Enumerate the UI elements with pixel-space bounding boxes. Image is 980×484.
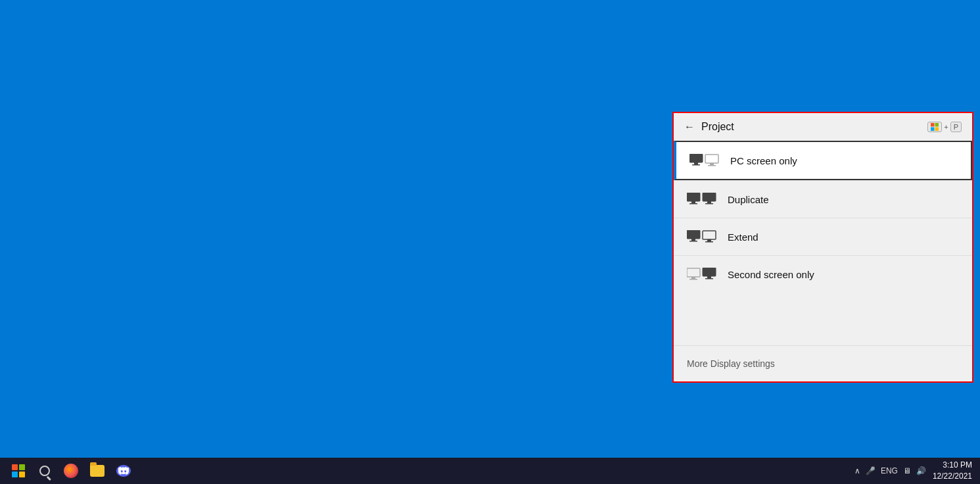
language-indicator: ENG (881, 466, 898, 475)
start-button[interactable] (8, 460, 29, 481)
file-explorer-button[interactable] (87, 460, 108, 481)
svg-rect-21 (705, 241, 713, 243)
svg-rect-20 (707, 239, 711, 241)
svg-rect-27 (705, 278, 713, 279)
volume-icon: 🔊 (916, 466, 926, 475)
svg-rect-11 (691, 201, 695, 203)
svg-rect-2 (931, 128, 935, 132)
project-panel: ← Project + P (672, 112, 973, 383)
system-tray-expand-icon[interactable]: ∧ (854, 466, 860, 475)
p-key-badge: P (950, 122, 962, 132)
panel-header: ← Project + P (674, 113, 972, 141)
extend-item[interactable]: Extend (674, 218, 972, 255)
time-display: 3:10 PM (933, 460, 972, 471)
win-key-badge (927, 122, 942, 132)
microphone-icon: 🎤 (866, 466, 875, 475)
svg-rect-10 (687, 193, 700, 201)
taskbar-left (8, 460, 134, 481)
svg-rect-9 (708, 165, 716, 166)
monitor-icon: 🖥 (903, 466, 911, 475)
more-settings-section: More Display settings (674, 345, 972, 381)
svg-rect-16 (687, 230, 700, 239)
extend-label: Extend (728, 231, 758, 243)
duplicate-label: Duplicate (728, 194, 769, 205)
svg-rect-24 (689, 279, 697, 280)
svg-rect-12 (689, 203, 697, 205)
svg-rect-23 (691, 277, 695, 279)
svg-rect-15 (705, 203, 713, 205)
folder-icon (90, 465, 105, 477)
svg-rect-13 (703, 193, 716, 201)
firefox-icon (64, 464, 78, 478)
second-screen-only-label: Second screen only (728, 269, 814, 280)
duplicate-icon (687, 193, 717, 206)
extend-icon (687, 230, 717, 243)
svg-rect-6 (692, 164, 700, 166)
search-button[interactable] (34, 460, 55, 481)
svg-rect-14 (707, 201, 711, 203)
svg-rect-7 (705, 155, 718, 163)
taskbar-right: ∧ 🎤 ENG 🖥 🔊 3:10 PM 12/22/2021 (854, 460, 972, 482)
desktop: ← Project + P (0, 0, 980, 458)
svg-rect-4 (689, 154, 703, 162)
back-button[interactable]: ← (684, 121, 695, 133)
svg-rect-8 (710, 163, 714, 165)
search-icon (39, 466, 50, 476)
svg-rect-18 (689, 241, 697, 242)
svg-rect-1 (935, 123, 939, 127)
taskbar: ∧ 🎤 ENG 🖥 🔊 3:10 PM 12/22/2021 (0, 458, 980, 484)
svg-rect-3 (935, 128, 939, 132)
system-tray: ∧ 🎤 ENG 🖥 🔊 (854, 466, 926, 475)
pc-screen-only-item[interactable]: PC screen only (674, 141, 972, 180)
second-screen-only-icon (687, 268, 717, 281)
duplicate-item[interactable]: Duplicate (674, 180, 972, 218)
key-plus: + (944, 123, 948, 131)
discord-icon (116, 465, 131, 477)
panel-title: Project (701, 121, 921, 133)
keyboard-shortcut: + P (927, 122, 962, 132)
panel-spacer (674, 293, 972, 345)
svg-rect-17 (691, 239, 695, 241)
date-display: 12/22/2021 (933, 471, 972, 482)
more-display-settings-link[interactable]: More Display settings (687, 358, 775, 369)
svg-rect-5 (694, 162, 698, 164)
firefox-button[interactable] (60, 460, 82, 481)
discord-button[interactable] (113, 460, 134, 481)
svg-rect-26 (707, 276, 711, 278)
pc-screen-only-icon (689, 154, 720, 167)
second-screen-only-item[interactable]: Second screen only (674, 255, 972, 293)
windows-logo-icon (12, 464, 25, 477)
clock[interactable]: 3:10 PM 12/22/2021 (933, 460, 972, 482)
pc-screen-only-label: PC screen only (730, 155, 797, 166)
svg-rect-22 (687, 268, 700, 277)
svg-rect-25 (703, 268, 716, 276)
svg-rect-0 (931, 123, 935, 127)
svg-rect-19 (703, 231, 716, 239)
